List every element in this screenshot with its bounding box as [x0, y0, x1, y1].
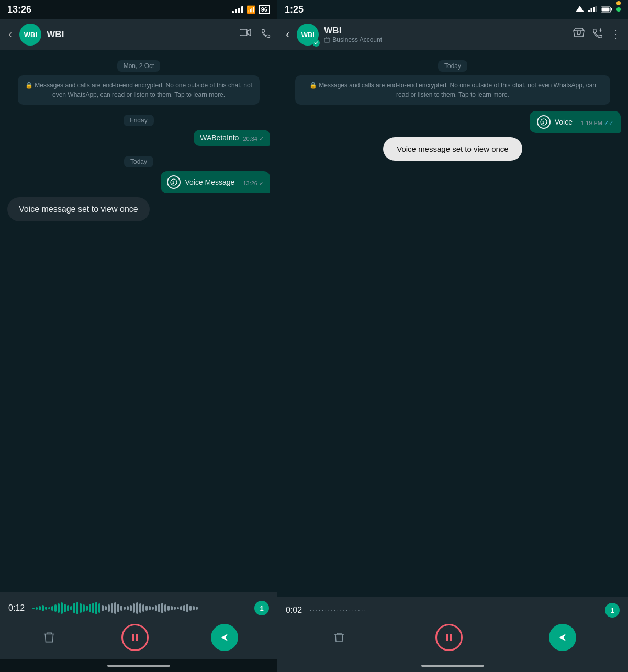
right-voice-msg-ticks: ✓✓	[604, 120, 613, 126]
svg-marker-5	[576, 6, 584, 12]
svg-rect-0	[240, 29, 247, 36]
green-dot	[616, 7, 621, 12]
signal-icon-right	[588, 5, 597, 14]
avatar: WBI	[19, 24, 41, 46]
voice-call-icon[interactable]	[261, 28, 271, 41]
store-icon[interactable]	[573, 28, 585, 41]
svg-text:1: 1	[172, 181, 174, 184]
video-call-icon[interactable]	[240, 28, 251, 41]
player-time: 0:12	[8, 603, 27, 613]
svg-rect-4	[136, 634, 138, 641]
date-divider-today: Today	[7, 156, 270, 166]
left-panel: 13:26 📶 96 ‹ WBI WBI	[0, 0, 277, 672]
right-back-button[interactable]: ‹	[284, 26, 291, 43]
battery-indicator: 96	[259, 5, 270, 14]
svg-text:1: 1	[542, 120, 544, 124]
voice-msg-ticks: ✓	[259, 180, 264, 186]
add-call-icon[interactable]	[592, 28, 603, 41]
right-player-controls	[286, 624, 620, 653]
avatar-initials: WBI	[24, 31, 37, 39]
date-label-today: Today	[124, 156, 153, 167]
speed-badge[interactable]: 1	[254, 601, 269, 615]
send-button[interactable]	[211, 624, 238, 651]
right-header-icons: ⋮	[573, 28, 622, 41]
msg-time-wabetainfo: 20:34 ✓	[243, 136, 264, 142]
right-contact-name: WBI	[324, 26, 568, 36]
notification-dot	[616, 1, 621, 5]
left-chat-area[interactable]: Mon, 2 Oct 🔒 Messages and calls are end-…	[0, 50, 277, 592]
more-menu-icon[interactable]: ⋮	[611, 28, 622, 41]
header-icons	[240, 28, 271, 41]
view-once-bubble: Voice message set to view once	[7, 197, 150, 221]
encryption-text: 🔒 Messages and calls are end-to-end encr…	[25, 82, 252, 98]
msg-ticks: ✓	[259, 136, 264, 142]
right-player-bar: 0:02 ··················· 1	[277, 597, 628, 659]
date-label-friday: Friday	[124, 115, 153, 126]
msg-text-wabetainfo: WABetaInfo	[200, 133, 239, 142]
right-panel: 1:25	[277, 0, 628, 672]
player-time-row: 0:12 1	[8, 599, 269, 618]
wifi-icon-right	[576, 5, 584, 14]
business-badge: Business Account	[324, 36, 568, 43]
left-status-bar: 13:26 📶 96	[0, 0, 277, 19]
contact-name: WBI	[47, 29, 234, 40]
signal-icon	[232, 6, 243, 13]
right-home-indicator	[277, 659, 628, 672]
right-avatar-initials: WBI	[301, 31, 315, 39]
right-home-indicator-bar	[421, 665, 484, 667]
bubble-voice[interactable]: 1 Voice Message 13:26 ✓	[161, 171, 270, 193]
right-speed-badge[interactable]: 1	[605, 603, 620, 618]
right-voice-bubble[interactable]: 1 Voice 1:19 PM ✓✓	[530, 111, 621, 133]
encryption-notice[interactable]: 🔒 Messages and calls are end-to-end encr…	[18, 75, 260, 105]
right-chat-area[interactable]: Today 🔒 Messages and calls are end-to-en…	[277, 50, 628, 597]
left-time: 13:26	[7, 4, 31, 15]
right-delete-button[interactable]	[329, 628, 349, 647]
view-once-text: Voice message set to view once	[19, 205, 138, 214]
pause-button[interactable]	[121, 624, 149, 651]
svg-rect-17	[450, 634, 452, 641]
svg-rect-6	[588, 10, 590, 12]
right-view-once-icon: 1	[537, 115, 551, 129]
right-view-once-bubble: Voice message set to view once	[383, 137, 522, 161]
voice-msg-time: 13:26 ✓	[243, 180, 264, 187]
svg-rect-8	[593, 7, 595, 12]
right-encryption-notice[interactable]: 🔒 Messages and calls are end-to-end encr…	[295, 75, 610, 105]
right-voice-msg-label: Voice	[555, 118, 573, 126]
right-time: 1:25	[285, 4, 304, 15]
svg-rect-11	[611, 8, 613, 11]
back-button[interactable]: ‹	[6, 26, 14, 43]
view-once-icon: 1	[167, 175, 181, 189]
right-view-once-text: Voice message set to view once	[397, 144, 508, 153]
right-player-time: 0:02	[286, 606, 305, 615]
right-waveform: ···················	[310, 608, 600, 613]
right-send-button[interactable]	[549, 624, 576, 651]
right-voice-msg-time: 1:19 PM ✓✓	[581, 120, 613, 127]
left-chat-header: ‹ WBI WBI	[0, 19, 277, 50]
view-once-info-row: Voice message set to view once	[7, 197, 270, 221]
bubble-wabetainfo[interactable]: WABetaInfo 20:34 ✓	[194, 130, 270, 146]
right-voice-message-row: 1 Voice 1:19 PM ✓✓	[285, 111, 621, 133]
svg-rect-16	[446, 634, 448, 641]
right-view-once-info-row: Voice message set to view once	[285, 137, 621, 161]
right-date-label-today: Today	[438, 60, 467, 72]
wifi-icon: 📶	[246, 5, 255, 14]
delete-button[interactable]	[39, 628, 59, 647]
right-status-bar: 1:25	[277, 0, 628, 19]
voice-msg-label: Voice Message	[185, 178, 234, 186]
svg-rect-3	[132, 634, 134, 641]
date-label-monday: Mon, 2 Oct	[117, 60, 161, 72]
message-row-wabetainfo: WABetaInfo 20:34 ✓	[7, 130, 270, 146]
right-status-icons	[576, 5, 621, 14]
left-status-icons: 📶 96	[232, 5, 270, 14]
right-player-time-row: 0:02 ··················· 1	[286, 603, 620, 618]
date-divider-monday: Mon, 2 Oct	[7, 61, 270, 70]
home-indicator-bar	[107, 665, 170, 667]
right-pause-button[interactable]	[435, 624, 463, 651]
date-divider-friday: Friday	[7, 115, 270, 125]
battery-icon-right	[601, 6, 612, 13]
left-player-bar: 0:12 1	[0, 592, 277, 659]
right-avatar-container: WBI	[297, 24, 319, 46]
message-row-voice: 1 Voice Message 13:26 ✓	[7, 171, 270, 193]
svg-rect-13	[324, 38, 330, 42]
right-encryption-text: 🔒 Messages and calls are end-to-end encr…	[309, 82, 596, 98]
